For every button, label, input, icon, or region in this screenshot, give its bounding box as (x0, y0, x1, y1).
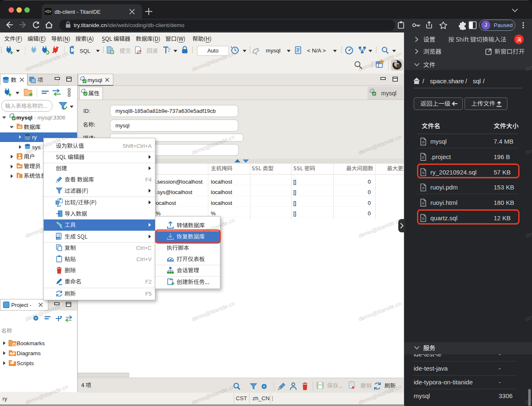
svg-text:SQL: SQL (57, 237, 61, 240)
